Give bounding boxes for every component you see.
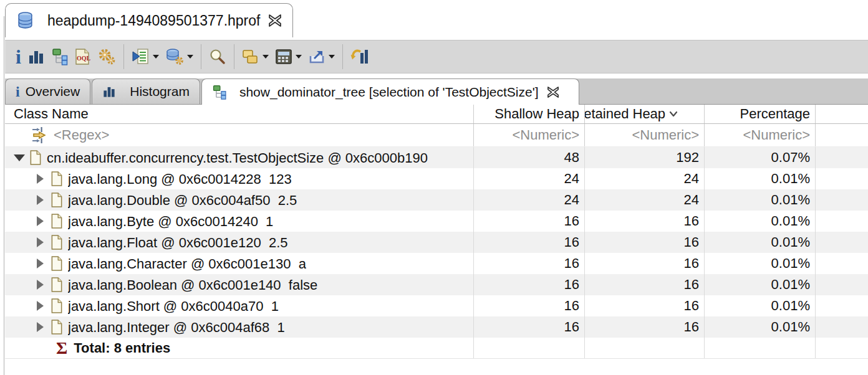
toolbar-separator — [234, 44, 234, 69]
table-row[interactable]: java.lang.Float @ 0x6c001e120 2.5 16 16 … — [5, 232, 868, 253]
object-file-icon — [51, 214, 63, 229]
dropdown-caret-icon[interactable] — [153, 55, 159, 59]
tab-overview[interactable]: i Overview — [5, 78, 90, 104]
object-file-icon — [51, 320, 63, 335]
dropdown-caret-icon[interactable] — [329, 55, 335, 59]
oql-button[interactable]: OQL — [72, 47, 94, 67]
object-file-icon — [51, 256, 63, 271]
percentage-value: 0.01% — [705, 189, 816, 211]
info-button[interactable]: i — [12, 45, 24, 68]
editor-tab-bar: heapdump-1494089501377.hprof — [5, 0, 868, 40]
shallow-heap-filter-input[interactable] — [474, 127, 584, 143]
editor-tab-heapdump[interactable]: heapdump-1494089501377.hprof — [5, 3, 293, 37]
class-name-filter-input[interactable] — [54, 127, 473, 143]
editor-tab-title: heapdump-1494089501377.hprof — [47, 12, 260, 29]
object-label: java.lang.Float @ 0x6c001e120 2.5 — [68, 232, 288, 253]
row-spacer — [816, 232, 868, 253]
tab-dominator-tree[interactable]: show_dominator_tree [selection of 'TestO… — [201, 78, 579, 105]
object-label: java.lang.Double @ 0x6c004af50 2.5 — [68, 190, 297, 211]
table-row[interactable]: java.lang.Boolean @ 0x6c001e140 false 16… — [5, 274, 868, 295]
retained-heap-value: 24 — [585, 168, 705, 189]
percentage-value: 0.01% — [705, 274, 816, 295]
histogram-button[interactable] — [24, 47, 48, 67]
column-header-retained-heap[interactable]: Retained Heap — [585, 105, 705, 123]
shallow-heap-value: 16 — [474, 232, 585, 253]
export-icon — [308, 49, 326, 65]
calculator-icon — [275, 49, 292, 65]
table-row[interactable]: java.lang.Double @ 0x6c004af50 2.5 24 24… — [5, 189, 868, 211]
filter-row — [5, 124, 868, 147]
shallow-heap-value: 16 — [474, 253, 585, 274]
row-spacer — [705, 338, 816, 358]
table-row[interactable]: java.lang.Character @ 0x6c001e130 a 16 1… — [5, 253, 868, 274]
percentage-filter-input[interactable] — [705, 127, 815, 143]
heap-gear-icon — [165, 48, 184, 65]
table-row[interactable]: java.lang.Integer @ 0x6c004af68 1 16 16 … — [5, 316, 868, 338]
row-spacer — [816, 295, 868, 316]
object-file-icon — [29, 150, 42, 165]
shallow-heap-value: 24 — [474, 168, 585, 189]
calculator-button[interactable] — [272, 47, 305, 66]
group-by-button[interactable] — [239, 47, 272, 67]
sigma-icon: Σ — [56, 339, 67, 357]
editor-tab-close-icon[interactable] — [268, 14, 282, 27]
expand-toggle-icon[interactable] — [34, 280, 46, 290]
toolbar-separator — [201, 44, 201, 69]
tab-histogram-label: Histogram — [130, 84, 190, 99]
total-row[interactable]: Σ Total: 8 entries — [5, 338, 868, 359]
column-header-class-name[interactable]: Class Name — [5, 105, 474, 123]
row-spacer — [585, 338, 705, 358]
compare-button[interactable] — [347, 47, 372, 67]
row-spacer — [816, 189, 868, 211]
info-icon: i — [16, 84, 20, 99]
view-left-border — [4, 16, 4, 375]
expand-toggle-icon[interactable] — [34, 322, 46, 332]
row-spacer — [816, 316, 868, 338]
filter-spacer — [816, 124, 868, 146]
row-spacer — [474, 338, 585, 358]
collapse-toggle-icon[interactable] — [13, 154, 25, 161]
heap-actions-button[interactable] — [162, 47, 196, 67]
expand-toggle-icon[interactable] — [34, 195, 46, 205]
dropdown-caret-icon[interactable] — [263, 55, 269, 59]
tab-histogram[interactable]: Histogram — [92, 78, 200, 104]
tab-overview-label: Overview — [26, 84, 80, 99]
expand-toggle-icon[interactable] — [34, 216, 46, 226]
table-row[interactable]: java.lang.Byte @ 0x6c0014240 1 16 16 0.0… — [5, 211, 868, 232]
tab-close-icon[interactable] — [547, 56, 569, 128]
object-file-icon — [51, 235, 63, 250]
retained-heap-value: 16 — [585, 253, 705, 274]
row-spacer — [816, 274, 868, 295]
expert-report-icon — [132, 48, 150, 65]
dropdown-caret-icon[interactable] — [187, 55, 193, 59]
column-header-percentage[interactable]: Percentage — [705, 105, 816, 123]
grouping-icon — [242, 49, 259, 65]
oql-icon: OQL — [75, 48, 91, 65]
object-label: java.lang.Byte @ 0x6c0014240 1 — [68, 211, 273, 232]
toolbar-separator — [342, 44, 343, 69]
expand-toggle-icon[interactable] — [34, 259, 46, 268]
retained-heap-filter-input[interactable] — [585, 127, 704, 143]
object-file-icon — [51, 192, 63, 207]
table-row[interactable]: java.lang.Long @ 0x6c0014228 123 24 24 0… — [5, 168, 868, 189]
table-row[interactable]: cn.ideabuffer.concurrency.test.TestObjec… — [5, 147, 868, 168]
table-row[interactable]: java.lang.Short @ 0x6c0040a70 1 16 16 0.… — [5, 295, 868, 316]
dominator-tree-icon — [212, 55, 234, 130]
object-label: java.lang.Character @ 0x6c001e130 a — [68, 254, 306, 274]
export-button[interactable] — [305, 47, 338, 66]
expand-toggle-icon[interactable] — [34, 237, 46, 247]
percentage-value: 0.01% — [705, 232, 816, 253]
dominator-tree-button[interactable] — [48, 47, 72, 67]
run-expert-report-button[interactable] — [128, 47, 162, 67]
expand-toggle-icon[interactable] — [34, 174, 46, 184]
dropdown-caret-icon[interactable] — [296, 55, 302, 59]
retained-heap-value: 16 — [585, 295, 705, 316]
object-file-icon — [51, 298, 63, 313]
retained-heap-value: 16 — [585, 274, 705, 295]
table-header-row: Class Name Shallow Heap Retained Heap Pe… — [5, 105, 868, 124]
histogram-icon — [27, 48, 45, 65]
filter-icon — [31, 126, 50, 145]
expand-toggle-icon[interactable] — [34, 301, 46, 311]
row-spacer — [816, 147, 868, 168]
object-label: java.lang.Long @ 0x6c0014228 123 — [68, 169, 292, 189]
